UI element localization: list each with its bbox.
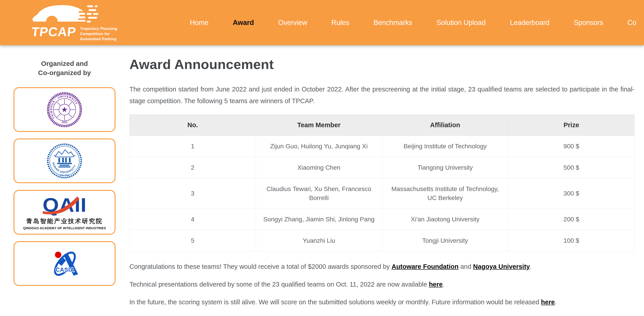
paragraph: Congratulations to these teams! They wou…	[130, 262, 634, 271]
table-cell: 2	[130, 157, 256, 178]
nav-item-benchmarks[interactable]: Benchmarks	[374, 19, 412, 27]
svg-text:CASIA: CASIA	[56, 266, 74, 273]
main-content: Award Announcement The competition start…	[130, 57, 634, 306]
nav-item-leaderboard[interactable]: Leaderboard	[510, 19, 550, 27]
tsinghua-university-seal-icon: TSINGHUA · UNIVERSITY -1911- ★	[46, 92, 82, 128]
table-cell: 1	[130, 136, 256, 157]
table-cell: 500 $	[508, 157, 634, 178]
casia-logo-icon: CASIA	[46, 247, 84, 280]
nav-item-home[interactable]: Home	[190, 19, 208, 27]
intro-paragraph: The competition started from June 2022 a…	[130, 84, 634, 107]
presentations-here-link[interactable]: here	[429, 281, 443, 288]
nav-item-rules[interactable]: Rules	[332, 19, 349, 27]
table-cell: 200 $	[508, 209, 634, 230]
table-cell: 5	[130, 230, 256, 252]
table-header-row: No.Team MemberAffiliationPrize	[130, 114, 634, 136]
autoware-foundation-link[interactable]: Autoware Foundation	[392, 263, 458, 270]
table-row: 4Songyi Zhang, Jiamin Shi, Jinlong PangX…	[130, 209, 634, 230]
future-here-link[interactable]: here	[541, 298, 555, 306]
main-nav: HomeAwardOverviewRulesBenchmarksSolution…	[190, 0, 636, 45]
table-row: 3Claudius Tewari, Xu Shen, Francesco Bor…	[130, 178, 634, 209]
paragraph: Technical presentations delivered by som…	[130, 280, 634, 289]
table-cell: Massachusetts Institute of Technology, U…	[382, 178, 508, 209]
nav-item-solution-upload[interactable]: Solution Upload	[436, 19, 486, 27]
nav-item-overview[interactable]: Overview	[278, 19, 307, 27]
table-row: 2Xiaoming ChenTiangong University500 $	[130, 157, 634, 178]
table-header-cell: No.	[130, 114, 256, 136]
site-header: TPCAP Trajectory Planning Competition fo…	[0, 0, 644, 45]
brand-wordmark: TPCAP	[31, 25, 76, 38]
sidebar-logo-qaii[interactable]: QAII 青岛智能产业技术研究院 QINGDAO ACADEMY OF INTE…	[14, 190, 116, 235]
sidebar-logo-tsinghua[interactable]: TSINGHUA · UNIVERSITY -1911- ★	[14, 87, 116, 132]
table-header-cell: Team Member	[256, 114, 382, 136]
nav-item-sponsors[interactable]: Sponsors	[574, 19, 603, 27]
table-cell: 4	[130, 209, 256, 230]
table-cell: Claudius Tewari, Xu Shen, Francesco Borr…	[256, 178, 382, 209]
sidebar-title: Organized and Co-organized by	[14, 59, 116, 77]
page-title: Award Announcement	[130, 57, 634, 72]
hunan-university-seal-icon: HUNAN UNIVERSITY 976-1926	[46, 143, 82, 179]
paragraph: In the future, the scoring system is sti…	[130, 298, 634, 306]
car-logo-icon	[32, 3, 99, 25]
table-row: 1Zijun Guo, Huilong Yu, Junqiang XiBeiji…	[130, 136, 634, 157]
table-cell: Yuanzhi Liu	[256, 230, 382, 252]
svg-text:976-1926: 976-1926	[60, 174, 69, 176]
table-cell: Zijun Guo, Huilong Yu, Junqiang Xi	[256, 136, 382, 157]
nav-item-contact[interactable]: Co	[627, 19, 636, 27]
table-cell: Xi'an Jiaotong University	[382, 209, 508, 230]
table-header-cell: Affiliation	[382, 114, 508, 136]
table-cell: 3	[130, 178, 256, 209]
nav-item-award[interactable]: Award	[233, 19, 254, 27]
table-cell: Songyi Zhang, Jiamin Shi, Jinlong Pang	[256, 209, 382, 230]
tpcap-logo[interactable]: TPCAP Trajectory Planning Competition fo…	[32, 2, 139, 44]
award-table: No.Team MemberAffiliationPrize 1Zijun Gu…	[130, 114, 634, 252]
nagoya-university-link[interactable]: Nagoya University	[473, 263, 530, 270]
svg-text:★: ★	[61, 105, 68, 114]
table-body: 1Zijun Guo, Huilong Yu, Junqiang XiBeiji…	[130, 136, 634, 252]
table-cell: Tiangong University	[382, 157, 508, 178]
qaii-swoosh-icon	[42, 195, 87, 216]
table-cell: Tongji University	[382, 230, 508, 252]
qaii-chinese-name: 青岛智能产业技术研究院	[20, 217, 110, 225]
qaii-english-name: QINGDAO ACADEMY OF INTELLIGENT INDUSTRIE…	[20, 226, 110, 230]
svg-text:-1911-: -1911-	[61, 121, 68, 124]
table-cell: Beijing Institute of Technology	[382, 136, 508, 157]
brand-tagline: Trajectory Planning Competition for Auto…	[80, 26, 117, 42]
table-cell: 300 $	[508, 178, 634, 209]
table-row: 5Yuanzhi LiuTongji University100 $	[130, 230, 634, 252]
table-header-cell: Prize	[508, 114, 634, 136]
sidebar-logo-casia[interactable]: CASIA	[14, 241, 116, 286]
qaii-logo: QAII 青岛智能产业技术研究院 QINGDAO ACADEMY OF INTE…	[20, 195, 110, 230]
table-cell: 900 $	[508, 136, 634, 157]
table-cell: 100 $	[508, 230, 634, 252]
sidebar-logo-hunan[interactable]: HUNAN UNIVERSITY 976-1926	[14, 138, 116, 183]
post-table-paragraphs: Congratulations to these teams! They wou…	[130, 262, 634, 306]
table-cell: Xiaoming Chen	[256, 157, 382, 178]
